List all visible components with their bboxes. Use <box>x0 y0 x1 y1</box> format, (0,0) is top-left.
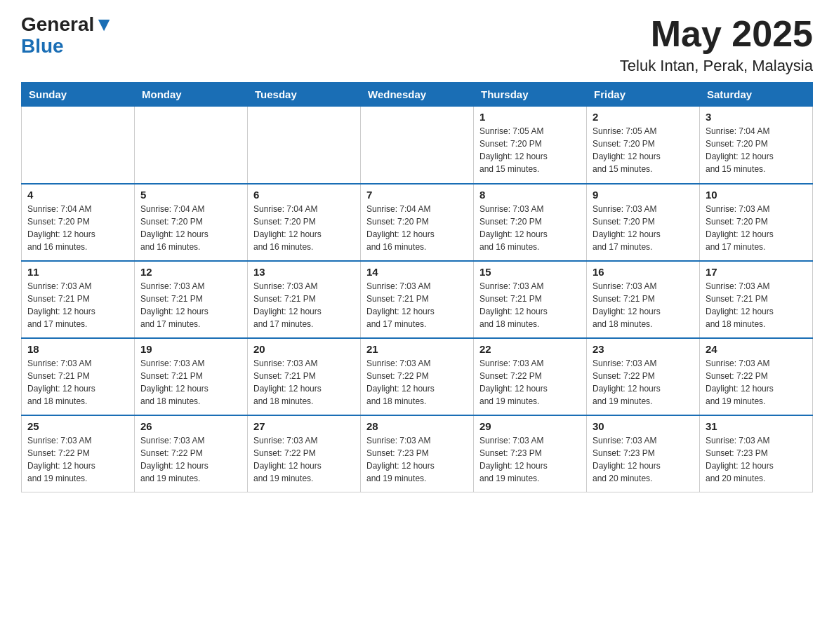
calendar-cell: 24Sunrise: 7:03 AMSunset: 7:22 PMDayligh… <box>700 338 813 415</box>
calendar-cell: 8Sunrise: 7:03 AMSunset: 7:20 PMDaylight… <box>474 184 587 261</box>
calendar-cell <box>135 107 248 184</box>
calendar-cell: 19Sunrise: 7:03 AMSunset: 7:21 PMDayligh… <box>135 338 248 415</box>
calendar-cell <box>22 107 135 184</box>
day-info: Sunrise: 7:05 AMSunset: 7:20 PMDaylight:… <box>479 125 581 175</box>
day-info: Sunrise: 7:04 AMSunset: 7:20 PMDaylight:… <box>706 125 807 175</box>
day-number: 25 <box>27 420 128 432</box>
col-header-thursday: Thursday <box>474 83 587 107</box>
day-number: 3 <box>706 111 807 123</box>
day-number: 6 <box>253 189 355 201</box>
day-number: 24 <box>706 343 807 355</box>
calendar-cell: 18Sunrise: 7:03 AMSunset: 7:21 PMDayligh… <box>22 338 135 415</box>
day-number: 9 <box>593 189 694 201</box>
col-header-sunday: Sunday <box>22 83 135 107</box>
calendar-cell <box>248 107 361 184</box>
col-header-monday: Monday <box>135 83 248 107</box>
day-number: 21 <box>366 343 468 355</box>
calendar-cell: 25Sunrise: 7:03 AMSunset: 7:22 PMDayligh… <box>22 415 135 492</box>
calendar-cell: 20Sunrise: 7:03 AMSunset: 7:21 PMDayligh… <box>248 338 361 415</box>
calendar-header-row: SundayMondayTuesdayWednesdayThursdayFrid… <box>22 83 813 107</box>
day-info: Sunrise: 7:03 AMSunset: 7:22 PMDaylight:… <box>706 357 807 408</box>
day-info: Sunrise: 7:03 AMSunset: 7:21 PMDaylight:… <box>366 280 468 330</box>
day-info: Sunrise: 7:03 AMSunset: 7:20 PMDaylight:… <box>593 203 694 253</box>
logo-triangle-icon: ▼ <box>94 13 114 35</box>
logo: General▼Blue <box>21 14 114 58</box>
calendar-cell: 12Sunrise: 7:03 AMSunset: 7:21 PMDayligh… <box>135 261 248 338</box>
calendar-cell: 5Sunrise: 7:04 AMSunset: 7:20 PMDaylight… <box>135 184 248 261</box>
calendar-cell <box>361 107 474 184</box>
calendar-cell: 14Sunrise: 7:03 AMSunset: 7:21 PMDayligh… <box>361 261 474 338</box>
day-info: Sunrise: 7:04 AMSunset: 7:20 PMDaylight:… <box>253 203 355 253</box>
day-info: Sunrise: 7:03 AMSunset: 7:23 PMDaylight:… <box>366 434 468 485</box>
day-number: 20 <box>253 343 355 355</box>
day-number: 4 <box>27 189 128 201</box>
page-header: General▼Blue May 2025 Teluk Intan, Perak… <box>21 14 813 75</box>
calendar-cell: 11Sunrise: 7:03 AMSunset: 7:21 PMDayligh… <box>22 261 135 338</box>
day-info: Sunrise: 7:03 AMSunset: 7:21 PMDaylight:… <box>140 357 241 408</box>
calendar-cell: 31Sunrise: 7:03 AMSunset: 7:23 PMDayligh… <box>700 415 813 492</box>
day-info: Sunrise: 7:03 AMSunset: 7:22 PMDaylight:… <box>479 357 581 408</box>
day-number: 5 <box>140 189 241 201</box>
title-section: May 2025 Teluk Intan, Perak, Malaysia <box>620 14 813 75</box>
day-number: 22 <box>479 343 581 355</box>
calendar-cell: 26Sunrise: 7:03 AMSunset: 7:22 PMDayligh… <box>135 415 248 492</box>
day-number: 11 <box>27 266 128 278</box>
calendar-cell: 16Sunrise: 7:03 AMSunset: 7:21 PMDayligh… <box>587 261 700 338</box>
day-info: Sunrise: 7:03 AMSunset: 7:21 PMDaylight:… <box>479 280 581 330</box>
logo-blue: Blue <box>21 35 64 57</box>
col-header-saturday: Saturday <box>700 83 813 107</box>
day-info: Sunrise: 7:04 AMSunset: 7:20 PMDaylight:… <box>366 203 468 253</box>
day-number: 8 <box>479 189 581 201</box>
calendar-cell: 2Sunrise: 7:05 AMSunset: 7:20 PMDaylight… <box>587 107 700 184</box>
day-number: 27 <box>253 420 355 432</box>
day-number: 26 <box>140 420 241 432</box>
day-number: 12 <box>140 266 241 278</box>
day-info: Sunrise: 7:03 AMSunset: 7:21 PMDaylight:… <box>706 280 807 330</box>
day-number: 10 <box>706 189 807 201</box>
day-number: 28 <box>366 420 468 432</box>
calendar-cell: 17Sunrise: 7:03 AMSunset: 7:21 PMDayligh… <box>700 261 813 338</box>
day-number: 16 <box>593 266 694 278</box>
day-info: Sunrise: 7:03 AMSunset: 7:21 PMDaylight:… <box>253 357 355 408</box>
calendar-cell: 10Sunrise: 7:03 AMSunset: 7:20 PMDayligh… <box>700 184 813 261</box>
col-header-tuesday: Tuesday <box>248 83 361 107</box>
calendar-cell: 7Sunrise: 7:04 AMSunset: 7:20 PMDaylight… <box>361 184 474 261</box>
day-info: Sunrise: 7:03 AMSunset: 7:23 PMDaylight:… <box>593 434 694 485</box>
calendar-cell: 29Sunrise: 7:03 AMSunset: 7:23 PMDayligh… <box>474 415 587 492</box>
calendar-cell: 23Sunrise: 7:03 AMSunset: 7:22 PMDayligh… <box>587 338 700 415</box>
day-info: Sunrise: 7:03 AMSunset: 7:21 PMDaylight:… <box>140 280 241 330</box>
day-info: Sunrise: 7:03 AMSunset: 7:22 PMDaylight:… <box>593 357 694 408</box>
calendar-cell: 27Sunrise: 7:03 AMSunset: 7:22 PMDayligh… <box>248 415 361 492</box>
day-info: Sunrise: 7:05 AMSunset: 7:20 PMDaylight:… <box>593 125 694 175</box>
day-info: Sunrise: 7:03 AMSunset: 7:22 PMDaylight:… <box>253 434 355 485</box>
day-number: 23 <box>593 343 694 355</box>
calendar-table: SundayMondayTuesdayWednesdayThursdayFrid… <box>21 82 813 492</box>
day-number: 31 <box>706 420 807 432</box>
day-info: Sunrise: 7:03 AMSunset: 7:21 PMDaylight:… <box>593 280 694 330</box>
col-header-friday: Friday <box>587 83 700 107</box>
day-info: Sunrise: 7:04 AMSunset: 7:20 PMDaylight:… <box>27 203 128 253</box>
day-info: Sunrise: 7:04 AMSunset: 7:20 PMDaylight:… <box>140 203 241 253</box>
day-number: 30 <box>593 420 694 432</box>
day-number: 18 <box>27 343 128 355</box>
day-info: Sunrise: 7:03 AMSunset: 7:20 PMDaylight:… <box>706 203 807 253</box>
calendar-cell: 22Sunrise: 7:03 AMSunset: 7:22 PMDayligh… <box>474 338 587 415</box>
calendar-week-row: 1Sunrise: 7:05 AMSunset: 7:20 PMDaylight… <box>22 107 813 184</box>
calendar-cell: 13Sunrise: 7:03 AMSunset: 7:21 PMDayligh… <box>248 261 361 338</box>
day-info: Sunrise: 7:03 AMSunset: 7:22 PMDaylight:… <box>366 357 468 408</box>
calendar-cell: 1Sunrise: 7:05 AMSunset: 7:20 PMDaylight… <box>474 107 587 184</box>
calendar-cell: 21Sunrise: 7:03 AMSunset: 7:22 PMDayligh… <box>361 338 474 415</box>
day-number: 1 <box>479 111 581 123</box>
calendar-week-row: 4Sunrise: 7:04 AMSunset: 7:20 PMDaylight… <box>22 184 813 261</box>
calendar-cell: 3Sunrise: 7:04 AMSunset: 7:20 PMDaylight… <box>700 107 813 184</box>
calendar-cell: 9Sunrise: 7:03 AMSunset: 7:20 PMDaylight… <box>587 184 700 261</box>
day-number: 29 <box>479 420 581 432</box>
day-info: Sunrise: 7:03 AMSunset: 7:21 PMDaylight:… <box>253 280 355 330</box>
day-number: 7 <box>366 189 468 201</box>
month-year-title: May 2025 <box>620 14 813 54</box>
calendar-week-row: 11Sunrise: 7:03 AMSunset: 7:21 PMDayligh… <box>22 261 813 338</box>
location-label: Teluk Intan, Perak, Malaysia <box>620 57 813 75</box>
day-info: Sunrise: 7:03 AMSunset: 7:20 PMDaylight:… <box>479 203 581 253</box>
day-info: Sunrise: 7:03 AMSunset: 7:22 PMDaylight:… <box>140 434 241 485</box>
calendar-cell: 28Sunrise: 7:03 AMSunset: 7:23 PMDayligh… <box>361 415 474 492</box>
